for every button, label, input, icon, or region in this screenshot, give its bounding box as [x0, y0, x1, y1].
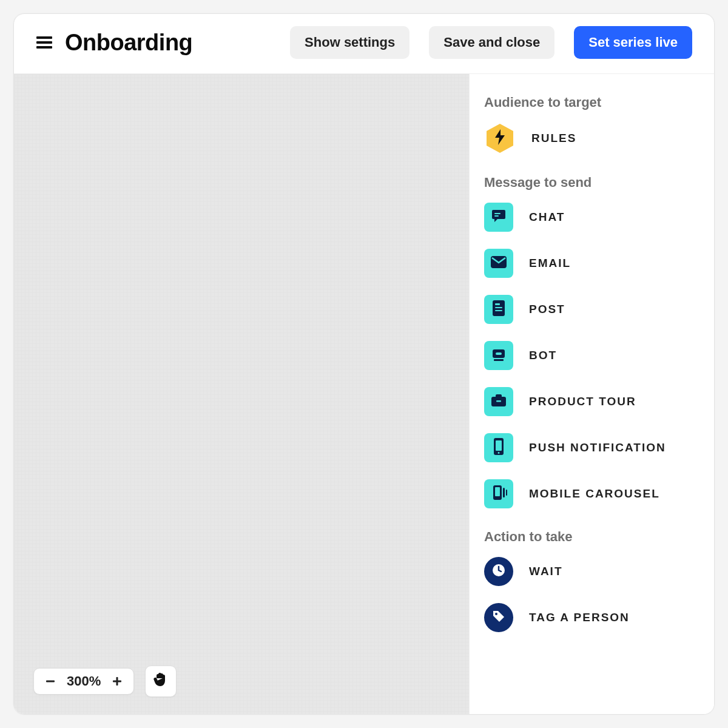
- tag-icon-tile: [484, 603, 513, 632]
- canvas-controls: 300%: [33, 666, 177, 697]
- push-icon-tile: [484, 433, 513, 462]
- palette-item-label: RULES: [531, 132, 576, 145]
- zoom-level: 300%: [67, 673, 101, 689]
- email-icon: [490, 255, 507, 271]
- clock-icon: [491, 562, 507, 581]
- palette-item-label: BOT: [529, 349, 557, 362]
- palette-item-product-tour[interactable]: PRODUCT TOUR: [484, 387, 699, 416]
- header-bar: Onboarding Show settings Save and close …: [14, 14, 714, 74]
- bot-icon: [491, 346, 507, 365]
- svg-rect-26: [506, 490, 507, 496]
- svg-rect-24: [495, 487, 500, 496]
- palette-item-post[interactable]: POST: [484, 295, 699, 324]
- svg-rect-19: [496, 400, 501, 402]
- workflow-canvas[interactable]: 300%: [14, 74, 469, 714]
- show-settings-button[interactable]: Show settings: [290, 26, 410, 59]
- svg-rect-12: [495, 307, 502, 308]
- hand-icon: [153, 672, 168, 690]
- zoom-control: 300%: [33, 668, 134, 695]
- svg-rect-0: [36, 36, 52, 39]
- zoom-in-button[interactable]: [109, 673, 125, 689]
- palette-item-wait[interactable]: WAIT: [484, 557, 699, 586]
- rules-icon-tile: [484, 123, 516, 154]
- app-window: Onboarding Show settings Save and close …: [13, 13, 715, 715]
- svg-rect-2: [36, 46, 52, 49]
- carousel-icon: [490, 484, 508, 504]
- svg-rect-18: [496, 394, 502, 398]
- svg-rect-25: [503, 488, 505, 497]
- svg-rect-3: [46, 681, 55, 682]
- bot-icon-tile: [484, 341, 513, 370]
- wait-icon-tile: [484, 557, 513, 586]
- svg-point-28: [495, 613, 497, 615]
- palette-item-label: TAG A PERSON: [529, 611, 630, 624]
- palette-item-label: EMAIL: [529, 257, 571, 270]
- section-audience: Audience to target RULES: [484, 95, 699, 154]
- svg-rect-8: [494, 215, 499, 217]
- section-title-action: Action to take: [484, 529, 699, 545]
- svg-rect-5: [116, 677, 118, 686]
- post-icon-tile: [484, 295, 513, 324]
- palette-item-label: MOBILE CAROUSEL: [529, 487, 660, 500]
- palette-item-label: POST: [529, 303, 565, 316]
- section-title-message: Message to send: [484, 175, 699, 190]
- palette-item-rules[interactable]: RULES: [484, 123, 699, 154]
- palette-item-label: PUSH NOTIFICATION: [529, 441, 666, 454]
- svg-point-22: [498, 452, 500, 454]
- tag-icon: [491, 609, 506, 626]
- palette-item-email[interactable]: EMAIL: [484, 249, 699, 278]
- section-title-audience: Audience to target: [484, 95, 699, 110]
- svg-rect-11: [495, 303, 500, 305]
- briefcase-icon: [490, 393, 507, 410]
- email-icon-tile: [484, 249, 513, 278]
- chat-icon: [491, 208, 507, 226]
- zoom-out-button[interactable]: [42, 673, 58, 689]
- body: 300% Audience to target: [14, 74, 714, 714]
- palette-item-label: WAIT: [529, 565, 563, 578]
- palette-item-bot[interactable]: BOT: [484, 341, 699, 370]
- product-tour-icon-tile: [484, 387, 513, 416]
- svg-rect-21: [496, 440, 502, 451]
- palette-item-push-notification[interactable]: PUSH NOTIFICATION: [484, 433, 699, 462]
- palette-item-label: CHAT: [529, 211, 565, 224]
- palette-item-label: PRODUCT TOUR: [529, 395, 636, 408]
- palette-item-chat[interactable]: CHAT: [484, 203, 699, 232]
- chat-icon-tile: [484, 203, 513, 232]
- svg-rect-15: [496, 352, 502, 355]
- post-icon: [492, 300, 505, 319]
- section-message: Message to send CHAT EMAI: [484, 175, 699, 508]
- pan-tool-button[interactable]: [145, 666, 177, 697]
- carousel-icon-tile: [484, 479, 513, 508]
- svg-rect-1: [36, 41, 52, 44]
- svg-rect-13: [495, 310, 502, 311]
- page-title: Onboarding: [65, 30, 192, 56]
- mobile-icon: [493, 437, 505, 458]
- menu-icon[interactable]: [36, 34, 53, 51]
- save-close-button[interactable]: Save and close: [429, 26, 554, 59]
- svg-rect-7: [494, 213, 500, 214]
- palette-item-tag-person[interactable]: TAG A PERSON: [484, 603, 699, 632]
- section-action: Action to take WAIT TAG A: [484, 529, 699, 632]
- lightning-icon: [494, 129, 506, 147]
- set-series-live-button[interactable]: Set series live: [574, 26, 692, 59]
- palette-sidebar: Audience to target RULES Message to send: [469, 74, 714, 714]
- palette-item-mobile-carousel[interactable]: MOBILE CAROUSEL: [484, 479, 699, 508]
- svg-rect-16: [494, 359, 504, 361]
